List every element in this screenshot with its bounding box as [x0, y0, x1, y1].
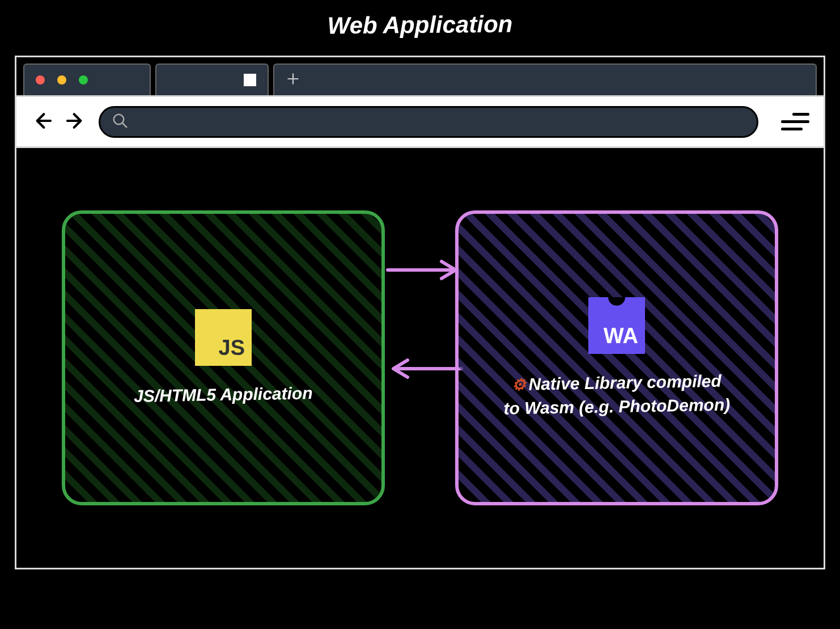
menu-button[interactable]	[781, 113, 809, 130]
close-window-icon[interactable]	[36, 75, 45, 85]
hamburger-line-icon	[781, 120, 809, 123]
rust-gear-icon: ⚙	[511, 376, 526, 394]
browser-toolbar	[16, 97, 824, 148]
bidirectional-arrows	[385, 256, 464, 385]
favicon-icon	[244, 74, 256, 86]
js-application-panel: JS JS/HTML5 Application	[62, 210, 385, 505]
plus-icon	[286, 71, 300, 88]
back-button[interactable]	[31, 109, 53, 134]
hamburger-line-icon	[781, 128, 803, 130]
wasm-label-text: Native Library compiled to Wasm (e.g. Ph…	[503, 372, 730, 418]
js-panel-label: JS/HTML5 Application	[134, 381, 313, 408]
browser-tab-active[interactable]	[155, 64, 269, 95]
minimize-window-icon[interactable]	[57, 75, 66, 85]
maximize-window-icon[interactable]	[79, 75, 88, 85]
wasm-panel-label: ⚙Native Library compiled to Wasm (e.g. P…	[503, 369, 730, 421]
browser-tab-new[interactable]	[273, 64, 817, 95]
webassembly-logo-icon: WA	[588, 297, 645, 354]
diagram-title: Web Application	[0, 8, 840, 43]
browser-tab-strip	[16, 57, 824, 97]
hamburger-line-icon	[792, 113, 809, 116]
browser-tab-traffic-lights	[23, 64, 151, 95]
wasm-library-panel: WA ⚙Native Library compiled to Wasm (e.g…	[455, 210, 778, 505]
javascript-logo-icon: JS	[195, 309, 252, 366]
address-bar[interactable]	[99, 106, 758, 138]
forward-button[interactable]	[65, 109, 87, 134]
browser-viewport: JS JS/HTML5 Application WA ⚙Native Libra…	[16, 148, 824, 568]
search-icon	[112, 112, 129, 132]
arrow-right-icon	[385, 256, 464, 286]
browser-window-mockup: JS JS/HTML5 Application WA ⚙Native Libra…	[15, 56, 825, 569]
arrow-left-icon	[385, 354, 464, 385]
